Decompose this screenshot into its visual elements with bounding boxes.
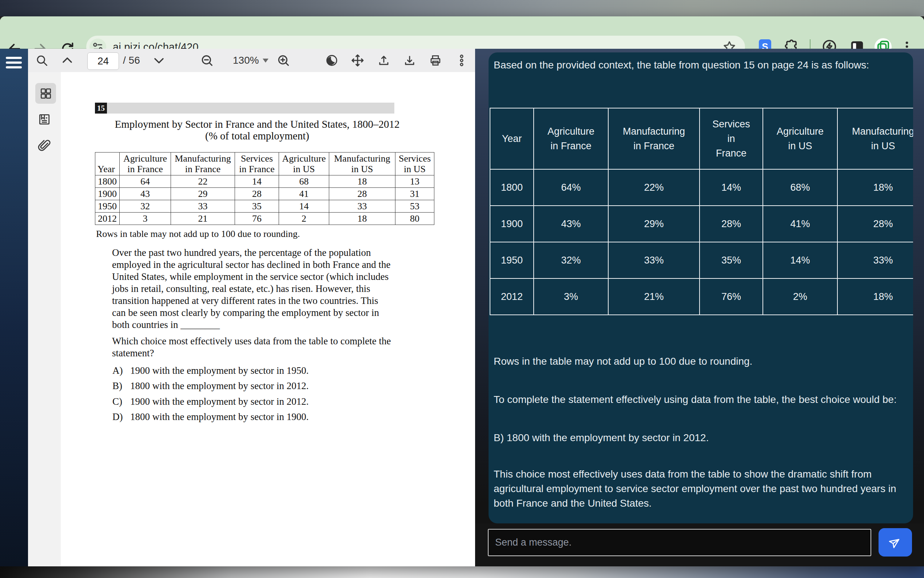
table-cell: 32% xyxy=(534,242,608,278)
table-cell: 1800 xyxy=(490,169,534,206)
option-d-letter: D) xyxy=(112,411,130,422)
table-row: 190043%29%28%41%28% xyxy=(490,206,913,242)
table-header-cell: Manufacturing in France xyxy=(608,108,699,169)
download-icon[interactable] xyxy=(403,54,416,67)
desktop-wallpaper-top xyxy=(0,0,924,16)
table-header-cell: Agriculture in France xyxy=(534,108,608,169)
table-cell: 28 xyxy=(329,188,395,200)
table-row: 20123%21%76%2%18% xyxy=(490,278,913,315)
table-cell: 1950 xyxy=(95,200,120,213)
table-cell: 28% xyxy=(699,206,763,242)
zoom-in-icon[interactable] xyxy=(277,54,290,67)
table-cell: 18% xyxy=(837,169,913,206)
table-row: 1900432928412831 xyxy=(95,188,434,200)
next-page-icon[interactable] xyxy=(152,54,166,67)
pan-tool-icon[interactable] xyxy=(350,53,365,68)
app-sidebar xyxy=(0,49,28,567)
option-b: B)1800 with the employment by sector in … xyxy=(112,380,403,393)
table-cell: 21% xyxy=(608,278,699,315)
search-icon[interactable] xyxy=(35,54,49,67)
option-d: D)1800 with the employment by sector in … xyxy=(112,411,403,424)
chat-answer-text: B) 1800 with the employment by sector in… xyxy=(494,430,908,445)
print-icon[interactable] xyxy=(429,54,442,67)
table-cell: 13 xyxy=(395,175,434,188)
table-cell: 31 xyxy=(395,188,434,200)
pdf-viewer: / 56 130% xyxy=(28,49,475,567)
table-cell: 43 xyxy=(120,188,171,200)
table-cell: 41 xyxy=(279,188,329,200)
table-cell: 28 xyxy=(235,188,279,200)
table-cell: 33 xyxy=(171,200,235,213)
zoom-out-icon[interactable] xyxy=(200,54,214,67)
previous-page-icon[interactable] xyxy=(60,54,74,67)
table-cell: 33% xyxy=(837,242,913,278)
send-button[interactable] xyxy=(879,528,912,557)
table-header-cell: Manufacturing in US xyxy=(329,153,395,175)
option-c: C)1900 with the employment by sector in … xyxy=(112,396,403,408)
table-header-cell: Year xyxy=(95,153,120,175)
option-b-text: 1800 with the employment by sector in 20… xyxy=(130,380,309,391)
chat-panel: Based on the provided context, the table… xyxy=(475,49,924,567)
rounding-note: Rows in table may not add up to 100 due … xyxy=(96,229,300,240)
open-file-icon[interactable] xyxy=(377,54,391,67)
table-header-cell: Services in France xyxy=(699,108,763,169)
thumbnails-icon[interactable] xyxy=(39,87,53,101)
table-cell: 14 xyxy=(235,175,279,188)
table-cell: 21 xyxy=(171,213,235,225)
assistant-message-bubble: Based on the provided context, the table… xyxy=(489,52,913,523)
option-c-text: 1900 with the employment by sector in 20… xyxy=(130,396,309,407)
table-header-cell: Services in US xyxy=(395,153,434,175)
option-b-letter: B) xyxy=(112,380,130,392)
screen: ai.pizi.co/chat/420 S / xyxy=(0,0,924,578)
option-a-text: 1900 with the employment by sector in 19… xyxy=(130,365,309,376)
pdf-page: 15 Employment by Sector in France and th… xyxy=(61,72,475,567)
question-header-bar xyxy=(107,103,394,114)
desktop-wallpaper-bottom xyxy=(0,567,924,578)
table-row: 195032%33%35%14%33% xyxy=(490,242,913,278)
table-cell: 80 xyxy=(395,213,434,225)
pdf-sidebar-rail xyxy=(28,72,61,567)
table-cell: 43% xyxy=(534,206,608,242)
chat-message-input[interactable] xyxy=(488,529,871,556)
window-content: / 56 130% xyxy=(0,49,924,567)
table-cell: 1950 xyxy=(490,242,534,278)
page-number-input[interactable] xyxy=(87,52,119,70)
document-outline-icon[interactable] xyxy=(37,112,51,126)
table-cell: 35 xyxy=(235,200,279,213)
passage-paragraph: Over the past two hundred years, the per… xyxy=(112,247,400,331)
table-cell: 35% xyxy=(699,242,763,278)
table-cell: 68% xyxy=(763,169,837,206)
table-cell: 28% xyxy=(837,206,913,242)
zoom-caret-icon[interactable] xyxy=(263,58,269,63)
table-header-cell: Services in France xyxy=(235,153,279,175)
option-d-text: 1800 with the employment by sector in 19… xyxy=(130,411,309,422)
attachments-icon[interactable] xyxy=(37,139,52,153)
table-cell: 41% xyxy=(763,206,837,242)
table-header-cell: Manufacturing in US xyxy=(837,108,913,169)
table-header-cell: Agriculture in US xyxy=(279,153,329,175)
table-cell: 68 xyxy=(279,175,329,188)
chat-table-container: YearAgriculture in FranceManufacturing i… xyxy=(490,108,913,319)
chat-rounding-note: Rows in the table may not add up to 100 … xyxy=(494,354,908,369)
menu-hamburger-icon[interactable] xyxy=(6,57,22,70)
pdf-more-options-icon[interactable] xyxy=(455,54,468,67)
browser-window: ai.pizi.co/chat/420 S / xyxy=(0,16,924,567)
pdf-toolbar: / 56 130% xyxy=(28,49,475,72)
table-header-cell: Agriculture in US xyxy=(763,108,837,169)
chat-intro-text: Based on the provided context, the table… xyxy=(494,58,905,72)
chat-explanation-text: This choice most effectively uses data f… xyxy=(494,467,908,511)
table-cell: 76% xyxy=(699,278,763,315)
table-cell: 3 xyxy=(120,213,171,225)
table-cell: 2 xyxy=(279,213,329,225)
table-cell: 53 xyxy=(395,200,434,213)
table-cell: 22% xyxy=(608,169,699,206)
table-cell: 14% xyxy=(699,169,763,206)
zoom-level-label[interactable]: 130% xyxy=(233,55,259,66)
table-header-cell: Manufacturing in France xyxy=(171,153,235,175)
question-text: Which choice most effectively uses data … xyxy=(112,335,400,359)
table-cell: 14% xyxy=(763,242,837,278)
table-cell: 32 xyxy=(120,200,171,213)
table-cell: 18 xyxy=(329,213,395,225)
table-cell: 3% xyxy=(534,278,608,315)
theme-toggle-icon[interactable] xyxy=(325,54,339,67)
